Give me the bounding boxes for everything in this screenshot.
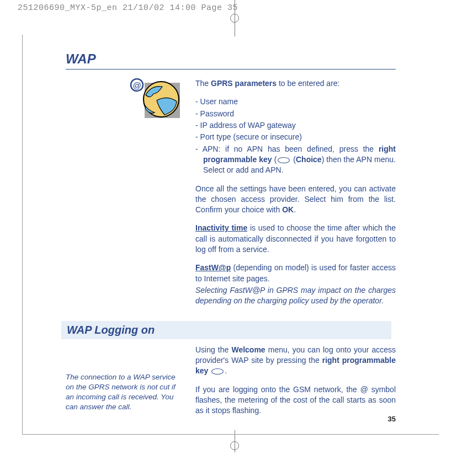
param-list: User name Password IP address of WAP gat… (195, 97, 396, 175)
page-number: 35 (388, 415, 396, 423)
list-item: IP address of WAP gateway (195, 120, 396, 131)
key-icon (211, 368, 224, 375)
section-heading: WAP Logging on (67, 324, 386, 336)
activate-para: Once all the settings have been entered,… (195, 184, 396, 216)
globe-icon: @ (66, 78, 184, 124)
list-item: APN: if no APN has been defined, press t… (195, 144, 396, 176)
key-icon (278, 157, 290, 163)
gsm-para: If you are logging onto the GSM network,… (195, 384, 396, 416)
list-item: Password (195, 109, 396, 119)
list-item: Port type (secure or insecure) (195, 132, 396, 142)
side-note: The connection to a WAP service on the G… (66, 372, 184, 413)
svg-text:@: @ (133, 81, 141, 90)
page-title: WAP (66, 51, 396, 69)
intro-line: The GPRS parameters to be entered are: (195, 78, 396, 89)
section-heading-bar: WAP Logging on (61, 321, 391, 339)
fastwap-note: Selecting FastW@P in GPRS may impact on … (195, 285, 396, 307)
inactivity-para: Inactivity time is used to choose the ti… (195, 223, 396, 255)
fastwap-para: FastW@p (depending on model) is used for… (195, 263, 396, 284)
page-content: WAP @ The GPRS parameters to be (22, 35, 439, 435)
welcome-para: Using the Welcome menu, you can log onto… (195, 345, 396, 377)
list-item: User name (195, 97, 396, 107)
print-slug: 251206690_MYX-5p_en 21/10/02 14:00 Page … (18, 3, 238, 13)
